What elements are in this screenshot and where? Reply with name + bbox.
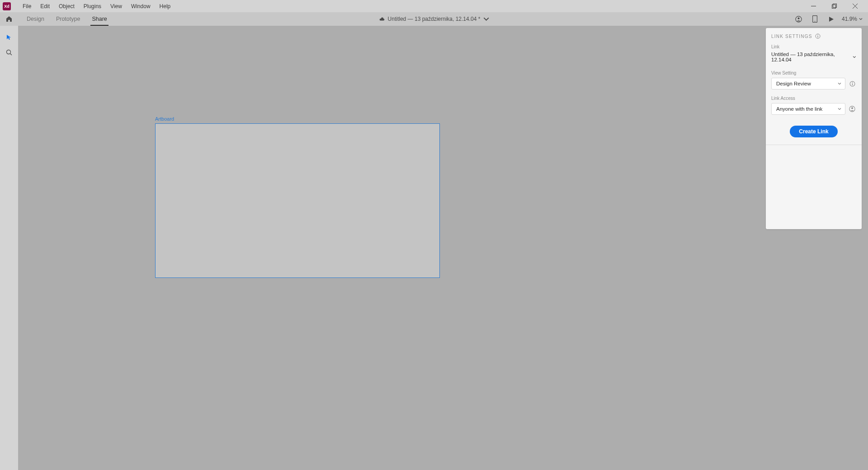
minimize-button[interactable] xyxy=(803,0,824,12)
device-icon xyxy=(812,15,817,23)
link-field-label: Link xyxy=(771,44,856,49)
link-value: Untitled — 13 października, 12.14.04 xyxy=(771,52,853,62)
artboard-label[interactable]: Artboard xyxy=(155,116,174,122)
chevron-down-icon xyxy=(853,55,856,59)
play-icon xyxy=(828,16,834,22)
menu-help[interactable]: Help xyxy=(155,0,175,12)
window-controls xyxy=(803,0,865,12)
menu-window[interactable]: Window xyxy=(127,0,155,12)
svg-rect-2 xyxy=(833,4,836,8)
select-icon xyxy=(6,34,12,40)
close-button[interactable] xyxy=(844,0,865,12)
tab-prototype[interactable]: Prototype xyxy=(50,12,86,26)
view-setting-info-button[interactable] xyxy=(848,80,856,88)
chevron-down-icon xyxy=(838,107,841,111)
select-tool[interactable] xyxy=(2,30,16,44)
panel-header: LINK SETTINGS xyxy=(766,28,862,42)
menu-file[interactable]: File xyxy=(18,0,36,12)
sub-header: Design Prototype Share Untitled — 13 paź… xyxy=(0,12,868,26)
svg-point-8 xyxy=(815,21,816,22)
view-setting-dropdown[interactable]: Design Review xyxy=(771,78,845,89)
view-setting-label: View Setting xyxy=(771,70,856,75)
view-setting-value: Design Review xyxy=(776,81,811,86)
panel-title: LINK SETTINGS xyxy=(771,34,812,39)
account-icon xyxy=(849,106,855,112)
svg-point-12 xyxy=(817,35,818,36)
document-title-text: Untitled — 13 października, 12.14.04 * xyxy=(388,16,481,22)
document-title[interactable]: Untitled — 13 października, 12.14.04 * xyxy=(379,16,490,22)
tab-share[interactable]: Share xyxy=(86,12,113,26)
menu-edit[interactable]: Edit xyxy=(36,0,54,12)
header-right: 41.9% xyxy=(791,12,868,26)
panel-bottom-spacer xyxy=(766,145,862,229)
info-icon xyxy=(849,81,855,87)
link-access-dropdown[interactable]: Anyone with the link xyxy=(771,103,845,115)
tab-design[interactable]: Design xyxy=(21,12,50,26)
svg-point-15 xyxy=(852,82,853,83)
home-button[interactable] xyxy=(0,12,18,26)
menu-bar: Xd File Edit Object Plugins View Window … xyxy=(0,0,868,12)
maximize-button[interactable] xyxy=(824,0,844,12)
cloud-icon xyxy=(379,16,385,22)
svg-point-6 xyxy=(798,17,800,19)
menu-plugins[interactable]: Plugins xyxy=(79,0,106,12)
svg-point-9 xyxy=(7,50,11,54)
svg-line-10 xyxy=(10,53,12,55)
menu-object[interactable]: Object xyxy=(54,0,79,12)
minimize-icon xyxy=(811,4,816,9)
artboard[interactable] xyxy=(155,123,440,278)
menu-view[interactable]: View xyxy=(106,0,127,12)
device-preview-button[interactable] xyxy=(807,12,823,26)
chevron-down-icon xyxy=(859,17,863,21)
access-settings-button[interactable] xyxy=(848,105,856,113)
panel-section-link: Link Untitled — 13 października, 12.14.0… xyxy=(766,42,862,69)
chevron-down-icon xyxy=(838,82,841,85)
zoom-control[interactable]: 41.9% xyxy=(840,16,864,22)
link-access-value: Anyone with the link xyxy=(776,106,822,112)
create-link-button[interactable]: Create Link xyxy=(790,126,837,137)
mode-tabs: Design Prototype Share xyxy=(21,12,113,26)
svg-point-18 xyxy=(851,107,853,109)
svg-rect-1 xyxy=(832,5,835,9)
link-dropdown[interactable]: Untitled — 13 października, 12.14.04 xyxy=(771,52,856,64)
app-logo: Xd xyxy=(3,2,11,10)
panel-section-view-setting: View Setting Design Review xyxy=(766,69,862,94)
home-icon xyxy=(5,15,13,23)
chevron-down-icon xyxy=(483,16,489,22)
account-button[interactable] xyxy=(791,12,807,26)
close-icon xyxy=(853,4,858,9)
info-icon[interactable] xyxy=(815,33,821,39)
link-access-label: Link Access xyxy=(771,96,856,101)
maximize-icon xyxy=(832,4,837,9)
left-toolbar xyxy=(0,26,18,470)
panel-section-link-access: Link Access Anyone with the link xyxy=(766,94,862,119)
account-icon xyxy=(795,16,802,23)
canvas-area[interactable]: Artboard xyxy=(18,26,868,470)
zoom-value: 41.9% xyxy=(842,16,857,22)
zoom-tool[interactable] xyxy=(2,46,16,59)
link-settings-panel: LINK SETTINGS Link Untitled — 13 paździe… xyxy=(766,28,862,229)
play-button[interactable] xyxy=(824,12,839,26)
zoom-icon xyxy=(6,49,12,56)
